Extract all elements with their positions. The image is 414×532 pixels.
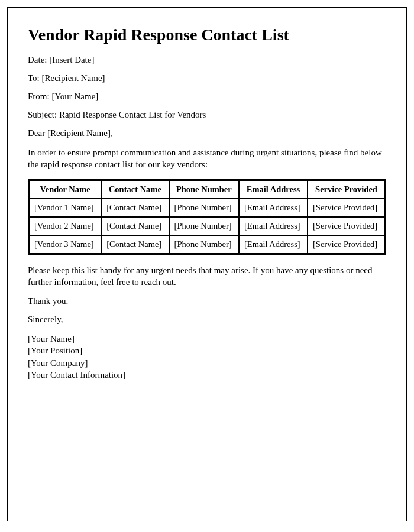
table-header-row: Vendor Name Contact Name Phone Number Em… xyxy=(29,180,385,199)
cell-email: [Email Address] xyxy=(239,217,308,235)
table-row: [Vendor 2 Name] [Contact Name] [Phone Nu… xyxy=(29,217,385,235)
subject-label: Subject: xyxy=(28,110,59,119)
date-line: Date: [Insert Date] xyxy=(28,55,386,65)
document-frame: Vendor Rapid Response Contact List Date:… xyxy=(7,7,407,521)
signature-contact: [Your Contact Information] xyxy=(28,369,386,381)
signature-company: [Your Company] xyxy=(28,357,386,369)
header-vendor: Vendor Name xyxy=(29,180,101,199)
cell-contact: [Contact Name] xyxy=(101,199,169,217)
subject-value: Rapid Response Contact List for Vendors xyxy=(59,110,206,119)
to-line: To: [Recipient Name] xyxy=(28,73,386,83)
thanks-line: Thank you. xyxy=(28,296,386,306)
page-title: Vendor Rapid Response Contact List xyxy=(28,25,386,44)
date-label: Date: xyxy=(28,55,49,64)
from-line: From: [Your Name] xyxy=(28,92,386,102)
cell-vendor: [Vendor 2 Name] xyxy=(29,217,101,235)
cell-contact: [Contact Name] xyxy=(101,217,169,235)
cell-service: [Service Provided] xyxy=(308,235,385,254)
cell-service: [Service Provided] xyxy=(308,199,385,217)
cell-vendor: [Vendor 3 Name] xyxy=(29,235,101,254)
header-contact: Contact Name xyxy=(101,180,169,199)
from-label: From: xyxy=(28,92,51,101)
table-row: [Vendor 1 Name] [Contact Name] [Phone Nu… xyxy=(29,199,385,217)
cell-contact: [Contact Name] xyxy=(101,235,169,254)
cell-service: [Service Provided] xyxy=(308,217,385,235)
salutation: Dear [Recipient Name], xyxy=(28,128,386,138)
signature-position: [Your Position] xyxy=(28,345,386,356)
cell-phone: [Phone Number] xyxy=(169,217,239,235)
cell-phone: [Phone Number] xyxy=(169,199,239,217)
signature-block: [Your Name] [Your Position] [Your Compan… xyxy=(28,333,386,381)
cell-email: [Email Address] xyxy=(239,235,308,254)
header-service: Service Provided xyxy=(308,180,385,199)
signature-name: [Your Name] xyxy=(28,333,386,345)
cell-vendor: [Vendor 1 Name] xyxy=(29,199,101,217)
from-value: [Your Name] xyxy=(51,92,98,101)
header-phone: Phone Number xyxy=(169,180,239,199)
header-email: Email Address xyxy=(239,180,308,199)
subject-line: Subject: Rapid Response Contact List for… xyxy=(28,110,386,120)
to-value: [Recipient Name] xyxy=(42,73,105,83)
signoff-line: Sincerely, xyxy=(28,314,386,325)
to-label: To: xyxy=(28,73,42,83)
closing-paragraph: Please keep this list handy for any urge… xyxy=(28,264,386,288)
vendor-table: Vendor Name Contact Name Phone Number Em… xyxy=(28,179,386,255)
date-value: [Insert Date] xyxy=(49,55,94,64)
cell-email: [Email Address] xyxy=(239,199,308,217)
table-row: [Vendor 3 Name] [Contact Name] [Phone Nu… xyxy=(29,235,385,254)
cell-phone: [Phone Number] xyxy=(169,235,239,254)
intro-paragraph: In order to ensure prompt communication … xyxy=(28,147,386,171)
